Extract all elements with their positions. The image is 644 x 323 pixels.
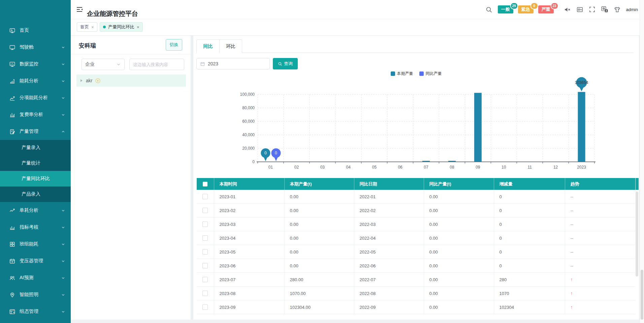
alarm-chip-一般[interactable]: 一般29 xyxy=(498,5,513,13)
chevron-down-icon xyxy=(61,242,65,246)
chart-legend: 本期产量同比产量 xyxy=(193,71,639,77)
sidebar-item-数据监控[interactable]: 数据监控 xyxy=(0,56,71,72)
year-picker[interactable]: 2023 xyxy=(196,58,270,69)
table-row: 2023-040.002022-040.000-- xyxy=(197,231,635,245)
tab-month-over-month[interactable]: 环比 xyxy=(220,39,242,53)
query-button[interactable]: 查询 xyxy=(273,58,298,69)
theme-shirt-icon[interactable] xyxy=(614,6,621,13)
alarm-chip-label: 一般 xyxy=(501,6,510,12)
table-cell: 0.00 xyxy=(424,259,494,273)
tab-year-over-year[interactable]: 同比 xyxy=(196,39,220,53)
breadcrumb-tab-current[interactable]: 产量同比环比 × xyxy=(100,22,143,32)
sidebar-item-驾驶舱[interactable]: 驾驶舱 xyxy=(0,39,71,56)
sidebar-subitem-产量同比环比[interactable]: 产量同比环比 xyxy=(0,171,71,186)
search-icon xyxy=(278,62,282,66)
screen-monitor-icon[interactable] xyxy=(576,6,583,13)
table-row: 2023-09102304.002022-090.00102304↑ xyxy=(197,300,635,314)
caret-right-icon[interactable] xyxy=(80,79,83,82)
row-checkbox[interactable] xyxy=(202,249,208,255)
sidebar-item-组态管理[interactable]: 组态管理 xyxy=(0,303,71,320)
sidebar-item-智能照明[interactable]: 智能照明 xyxy=(0,286,71,303)
org-type-select[interactable]: 企业 xyxy=(82,59,125,70)
table-cell: 0.00 xyxy=(424,245,494,259)
table-cell: -- xyxy=(565,245,635,259)
row-checkbox[interactable] xyxy=(202,235,208,241)
row-checkbox[interactable] xyxy=(202,194,208,199)
sidebar-item-首页[interactable]: 首页 xyxy=(0,22,71,39)
table-scrollbar-thumb[interactable] xyxy=(636,192,638,276)
table-cell: 2023-04 xyxy=(214,231,284,245)
sidebar-item-班组能耗[interactable]: 班组能耗 xyxy=(0,236,71,253)
column-header-同比日期: 同比日期 xyxy=(354,178,424,190)
chevron-down-icon xyxy=(61,293,65,297)
collapse-menu-icon[interactable] xyxy=(76,6,83,14)
sidebar-item-产量管理[interactable]: 产量管理 xyxy=(0,123,71,140)
sidebar-item-复费率分析[interactable]: 复费率分析 xyxy=(0,106,71,123)
svg-text:09: 09 xyxy=(476,165,480,170)
window-scrollbar-track[interactable] xyxy=(640,0,644,323)
table-cell: 102304.00 xyxy=(284,300,354,314)
tree-node-akr[interactable]: akr xyxy=(76,75,186,87)
comparison-table: 本期时间本期产量(t)同比日期同比产量(t)增减量趋势2023-010.0020… xyxy=(197,178,636,314)
svg-text:12: 12 xyxy=(553,165,558,170)
volume-muted-icon[interactable] xyxy=(564,6,571,13)
breadcrumb-tab-home[interactable]: 首页 × xyxy=(77,22,97,32)
alarm-chips: 一般29紧急0严重23 xyxy=(498,5,558,13)
sidebar-item-AI预测[interactable]: AI预测 xyxy=(0,269,71,286)
username[interactable]: admin xyxy=(626,7,638,12)
trend-none: -- xyxy=(571,208,574,213)
alarm-chip-紧急[interactable]: 紧急0 xyxy=(518,5,534,13)
table-cell: 2022-01 xyxy=(354,190,424,204)
table-cell: 0.00 xyxy=(284,190,354,204)
table-cell: 280.00 xyxy=(284,273,354,287)
sidebar-item-指标考核[interactable]: 指标考核 xyxy=(0,219,71,236)
tree-search-input[interactable] xyxy=(129,59,184,70)
sidebar-item-分项能耗分析[interactable]: 分项能耗分析 xyxy=(0,89,71,106)
table-cell: 0 xyxy=(494,217,565,231)
legend-item-本期产量[interactable]: 本期产量 xyxy=(391,71,413,77)
row-checkbox[interactable] xyxy=(202,277,208,282)
row-checkbox[interactable] xyxy=(202,208,208,213)
alarm-chip-严重[interactable]: 严重23 xyxy=(538,5,554,13)
row-checkbox[interactable] xyxy=(202,291,208,296)
row-checkbox[interactable] xyxy=(202,304,208,310)
sidebar-subitem-产量录入[interactable]: 产量录入 xyxy=(0,140,71,155)
table-cell: 0 xyxy=(494,231,565,245)
table-cell: 2022-06 xyxy=(354,259,424,273)
svg-text:40,000: 40,000 xyxy=(242,133,255,137)
legend-item-同比产量[interactable]: 同比产量 xyxy=(419,71,442,77)
sidebar-subitem-产品录入[interactable]: 产品录入 xyxy=(0,186,71,202)
switch-button[interactable]: 切换 xyxy=(166,39,182,51)
sidebar-item-label: 班组能耗 xyxy=(20,241,61,247)
close-icon[interactable]: × xyxy=(137,25,139,29)
topbar: 企业能源管控平台 一般29紧急0严重23 admin xyxy=(71,0,644,19)
table-scrollbar[interactable] xyxy=(636,178,639,323)
org-title: 安科瑞 xyxy=(79,40,96,51)
sidebar-item-label: 驾驶舱 xyxy=(20,44,61,50)
sidebar-item-单耗分析[interactable]: 单耗分析 xyxy=(0,202,71,219)
trend-none: -- xyxy=(571,222,574,227)
sidebar-subitem-产量统计[interactable]: 产量统计 xyxy=(0,155,71,171)
table-cell: 2023-03 xyxy=(214,217,284,231)
window-scrollbar-thumb[interactable] xyxy=(641,270,643,320)
sidebar-item-能耗分析[interactable]: 能耗分析 xyxy=(0,72,71,89)
sidebar-subitem-label: 产量同比环比 xyxy=(22,176,50,182)
sidebar-item-label: 首页 xyxy=(20,27,65,33)
sidebar-item-变压器管理[interactable]: 变压器管理 xyxy=(0,253,71,269)
calendar-icon xyxy=(9,258,15,264)
sidebar-submenu: 产量录入产量统计产量同比环比产品录入 xyxy=(0,140,71,202)
horizontal-scrollbar-track[interactable] xyxy=(71,320,644,323)
table-cell: 2023-08 xyxy=(214,287,284,300)
select-all-checkbox[interactable] xyxy=(203,182,207,186)
translate-icon[interactable] xyxy=(601,6,608,13)
table-cell: 0 xyxy=(494,245,565,259)
svg-text:2023: 2023 xyxy=(577,165,586,170)
sidebar-item-label: AI预测 xyxy=(20,275,61,281)
search-icon[interactable] xyxy=(485,6,492,13)
svg-text:20,000: 20,000 xyxy=(242,146,255,151)
row-checkbox[interactable] xyxy=(202,263,208,268)
row-checkbox[interactable] xyxy=(202,222,208,227)
fullscreen-icon[interactable] xyxy=(589,6,595,13)
sidebar-item-label: 产量管理 xyxy=(20,128,61,135)
close-icon[interactable]: × xyxy=(91,25,94,29)
